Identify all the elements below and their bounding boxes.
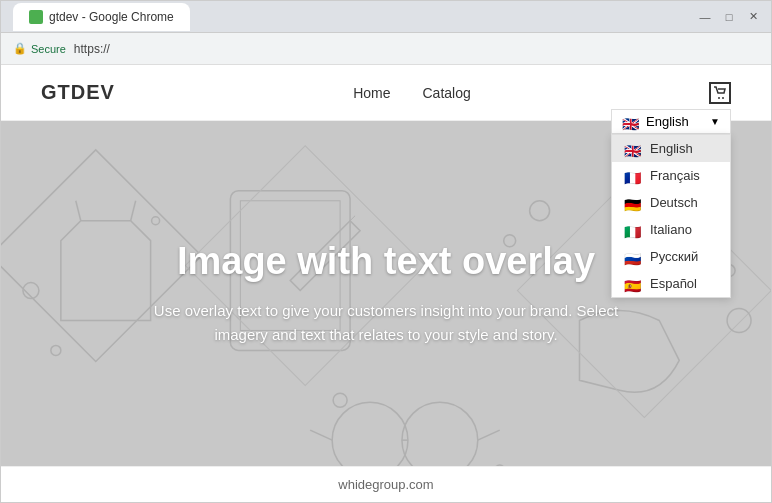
svg-line-4	[131, 201, 136, 221]
lang-label-es: Español	[650, 276, 697, 291]
hero-title: Image with text overlay	[136, 240, 636, 283]
secure-badge: 🔒 Secure	[13, 42, 66, 55]
tab-favicon	[29, 10, 43, 24]
lang-label-fr: Français	[650, 168, 700, 183]
hero-subtitle: Use overlay text to give your customers …	[136, 299, 636, 347]
language-selector-container: 🇬🇧 English ▼ 🇬🇧 English 🇫🇷 Français 🇩🇪 D…	[611, 109, 731, 298]
lang-option-de[interactable]: 🇩🇪 Deutsch	[612, 189, 730, 216]
svg-point-21	[530, 201, 550, 221]
navbar-nav: Home Catalog	[353, 85, 471, 101]
svg-point-6	[51, 345, 61, 355]
svg-line-15	[310, 430, 332, 440]
nav-link-catalog[interactable]: Catalog	[423, 85, 471, 101]
language-selector-trigger[interactable]: 🇬🇧 English ▼	[611, 109, 731, 134]
svg-line-16	[478, 430, 500, 440]
trigger-flag: 🇬🇧	[622, 116, 640, 128]
language-dropdown: 🇬🇧 English 🇫🇷 Français 🇩🇪 Deutsch 🇮🇹 Ita…	[611, 134, 731, 298]
svg-line-3	[76, 201, 81, 221]
maximize-button[interactable]: □	[723, 11, 735, 23]
svg-point-12	[332, 402, 408, 466]
svg-point-17	[333, 393, 347, 407]
lock-icon: 🔒	[13, 42, 27, 55]
navbar-right	[709, 82, 731, 104]
svg-point-13	[402, 402, 478, 466]
cart-icon[interactable]	[709, 82, 731, 104]
lang-option-es[interactable]: 🇪🇸 Español	[612, 270, 730, 297]
close-button[interactable]: ✕	[747, 11, 759, 23]
chrome-tab[interactable]: gtdev - Google Chrome	[13, 3, 190, 31]
website-content: GTDEV Home Catalog 🇬🇧 English	[1, 65, 771, 502]
lang-option-it[interactable]: 🇮🇹 Italiano	[612, 216, 730, 243]
footer: whidegroup.com	[1, 466, 771, 502]
svg-point-22	[727, 309, 751, 333]
url-bar[interactable]: https://	[74, 42, 110, 56]
flag-es: 🇪🇸	[624, 278, 642, 290]
lang-label-ru: Русский	[650, 249, 698, 264]
chrome-titlebar: gtdev - Google Chrome — □ ✕	[1, 1, 771, 33]
trigger-chevron: ▼	[710, 116, 720, 127]
svg-point-1	[722, 97, 724, 99]
lang-option-ru[interactable]: 🇷🇺 Русский	[612, 243, 730, 270]
chrome-window-controls: — □ ✕	[699, 11, 759, 23]
minimize-button[interactable]: —	[699, 11, 711, 23]
svg-point-18	[495, 465, 505, 466]
flag-fr: 🇫🇷	[624, 170, 642, 182]
browser-window: gtdev - Google Chrome — □ ✕ 🔒 Secure htt…	[0, 0, 772, 503]
lang-option-en[interactable]: 🇬🇧 English	[612, 135, 730, 162]
flag-de: 🇩🇪	[624, 197, 642, 209]
lang-label-it: Italiano	[650, 222, 692, 237]
flag-it: 🇮🇹	[624, 224, 642, 236]
lang-label-en: English	[650, 141, 693, 156]
hero-text-block: Image with text overlay Use overlay text…	[116, 220, 656, 367]
lang-option-fr[interactable]: 🇫🇷 Français	[612, 162, 730, 189]
site-logo: GTDEV	[41, 81, 115, 104]
chrome-addressbar: 🔒 Secure https://	[1, 33, 771, 65]
secure-label: Secure	[31, 43, 66, 55]
footer-text: whidegroup.com	[338, 477, 433, 492]
flag-ru: 🇷🇺	[624, 251, 642, 263]
svg-point-0	[718, 97, 720, 99]
flag-en: 🇬🇧	[624, 143, 642, 155]
lang-label-de: Deutsch	[650, 195, 698, 210]
tab-title: gtdev - Google Chrome	[49, 10, 174, 24]
nav-link-home[interactable]: Home	[353, 85, 390, 101]
trigger-label: English	[646, 114, 689, 129]
